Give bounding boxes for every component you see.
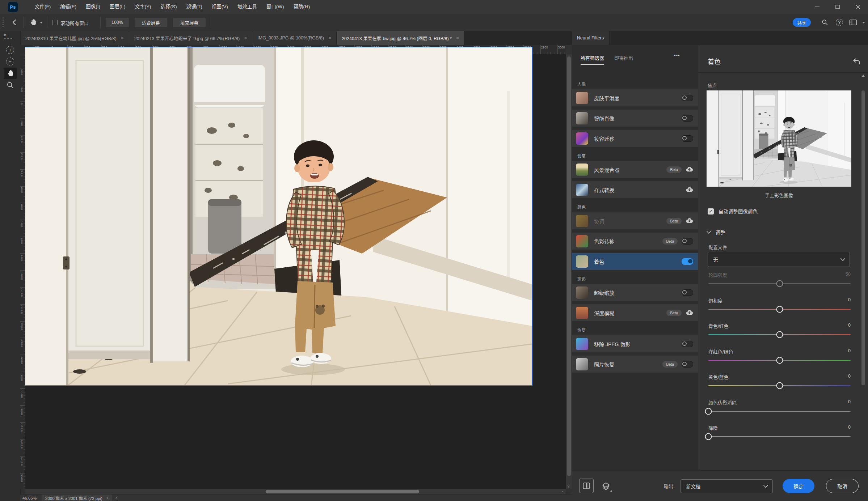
filter-row[interactable]: 着色 bbox=[572, 253, 698, 270]
tab-close-icon[interactable]: × bbox=[121, 35, 124, 41]
filter-toggle[interactable] bbox=[682, 115, 693, 122]
zoom-tool[interactable] bbox=[6, 81, 14, 89]
neural-filters-panel-tab[interactable]: Neural Filters bbox=[572, 31, 609, 45]
filter-toggle[interactable] bbox=[682, 341, 693, 347]
workspace-caret-icon[interactable] bbox=[862, 22, 865, 24]
slider-handle[interactable] bbox=[776, 357, 783, 364]
slider-handle[interactable] bbox=[705, 433, 712, 440]
menu-item[interactable]: 编辑(E) bbox=[55, 0, 81, 14]
menu-item[interactable]: 文字(Y) bbox=[130, 0, 156, 14]
scroll-down-icon[interactable]: v bbox=[568, 484, 569, 488]
ok-button[interactable]: 确定 bbox=[783, 479, 814, 493]
slider-track[interactable] bbox=[708, 360, 851, 361]
output-layers-button[interactable] bbox=[599, 479, 613, 493]
cloud-download-icon[interactable] bbox=[686, 186, 693, 194]
slider-handle[interactable] bbox=[776, 280, 783, 287]
filter-toggle[interactable] bbox=[682, 95, 693, 101]
filter-row[interactable]: 色彩转移Beta bbox=[572, 233, 698, 250]
filter-row[interactable]: 样式转换 bbox=[572, 181, 698, 198]
scroll-right-icon[interactable]: › bbox=[561, 489, 563, 493]
slider-track[interactable] bbox=[708, 334, 851, 335]
help-icon[interactable]: ? bbox=[835, 18, 843, 26]
status-expand-icon[interactable]: › bbox=[107, 496, 108, 501]
document-tab[interactable]: 20240413 果果在家-bw.jpg @ 46.7% (图层 0, RGB/… bbox=[337, 31, 464, 45]
filter-toggle[interactable] bbox=[682, 258, 693, 265]
filter-row[interactable]: 超级缩放 bbox=[572, 284, 698, 301]
tab-all-filters[interactable]: 所有筛选器 bbox=[581, 54, 604, 65]
workspace-icon[interactable] bbox=[849, 18, 857, 26]
menu-item[interactable]: 窗口(W) bbox=[262, 0, 289, 14]
cloud-download-icon[interactable] bbox=[686, 166, 693, 173]
colorize-preview[interactable] bbox=[707, 90, 851, 187]
filter-toggle[interactable] bbox=[682, 238, 693, 245]
slider-track[interactable] bbox=[708, 411, 851, 412]
menu-item[interactable]: 选择(S) bbox=[156, 0, 182, 14]
slider-handle[interactable] bbox=[776, 382, 783, 389]
toolstrip-more-icon[interactable]: » bbox=[4, 32, 7, 38]
back-button[interactable] bbox=[9, 18, 19, 27]
vertical-scrollbar-thumb[interactable] bbox=[567, 56, 571, 476]
document-tab[interactable]: 20240213 果果开心地跑来了-9.jpg @ 66.7%(RGB/8)× bbox=[129, 31, 252, 45]
fit-screen-button[interactable]: 适合屏幕 bbox=[135, 18, 167, 27]
slider-handle[interactable] bbox=[705, 408, 712, 415]
tab-close-icon[interactable]: × bbox=[244, 35, 247, 41]
hand-tool-icon[interactable] bbox=[29, 18, 37, 26]
document-tab[interactable]: 202403310 果果在幼儿园.jpg @ 25%(RGB/8)× bbox=[20, 31, 129, 45]
more-options-icon[interactable]: ••• bbox=[674, 53, 680, 58]
photoshop-logo-icon[interactable]: Ps bbox=[8, 2, 18, 12]
tab-close-icon[interactable]: × bbox=[328, 35, 331, 41]
menu-item[interactable]: 图像(I) bbox=[81, 0, 105, 14]
status-collapse-icon[interactable]: ‹ bbox=[115, 496, 117, 501]
hand-tool[interactable] bbox=[4, 68, 17, 79]
filter-row[interactable]: 协调Beta bbox=[572, 212, 698, 229]
filter-row[interactable]: 皮肤平滑度 bbox=[572, 89, 698, 106]
slider-track[interactable] bbox=[708, 436, 851, 437]
minimize-button[interactable] bbox=[807, 0, 827, 14]
cloud-download-icon[interactable] bbox=[686, 309, 693, 317]
profile-select[interactable]: 无 bbox=[708, 252, 850, 267]
filter-row[interactable]: 深度模糊Beta bbox=[572, 304, 698, 321]
filter-toggle[interactable] bbox=[682, 135, 693, 142]
settings-scrollbar-thumb[interactable] bbox=[861, 90, 865, 385]
document-tab[interactable]: IMG_0033.JPG @ 100%(RGB/8)× bbox=[252, 31, 337, 45]
scroll-up-icon[interactable] bbox=[862, 75, 865, 77]
search-icon[interactable] bbox=[821, 18, 829, 26]
tab-close-icon[interactable]: × bbox=[456, 35, 459, 41]
share-button[interactable]: 共享 bbox=[793, 18, 811, 27]
zoom-100-button[interactable]: 100% bbox=[106, 18, 129, 27]
maximize-button[interactable] bbox=[827, 0, 848, 14]
subtract-selection-tool[interactable]: − bbox=[6, 58, 14, 65]
horizontal-scrollbar-thumb[interactable] bbox=[266, 490, 419, 493]
slider-track[interactable] bbox=[708, 309, 851, 310]
settings-scrollbar[interactable] bbox=[861, 80, 865, 470]
cloud-download-icon[interactable] bbox=[686, 217, 693, 225]
filter-row[interactable]: 妆容迁移 bbox=[572, 130, 698, 147]
slider-handle[interactable] bbox=[776, 306, 783, 313]
scroll-all-windows-checkbox[interactable] bbox=[52, 20, 58, 25]
cancel-button[interactable]: 取消 bbox=[826, 479, 859, 493]
slider-track[interactable] bbox=[708, 385, 851, 386]
filter-row[interactable]: 智能肖像 bbox=[572, 110, 698, 127]
menu-item[interactable]: 文件(F) bbox=[30, 0, 55, 14]
menu-item[interactable]: 图层(L) bbox=[105, 0, 130, 14]
add-selection-tool[interactable]: + bbox=[6, 46, 14, 54]
filter-toggle[interactable] bbox=[682, 361, 693, 368]
filter-row[interactable]: 照片恢复Beta bbox=[572, 356, 698, 373]
adjust-section-header[interactable]: 调整 bbox=[707, 229, 725, 236]
canvas-photo[interactable] bbox=[25, 47, 532, 385]
close-button[interactable] bbox=[848, 0, 868, 14]
menu-item[interactable]: 增效工具 bbox=[233, 0, 262, 14]
split-preview-button[interactable] bbox=[579, 479, 594, 493]
filter-row[interactable]: 风景混合器Beta bbox=[572, 161, 698, 178]
vertical-scrollbar[interactable]: v bbox=[566, 54, 572, 489]
slider-handle[interactable] bbox=[776, 331, 783, 338]
reset-icon[interactable] bbox=[852, 58, 861, 66]
menu-item[interactable]: 滤镜(T) bbox=[182, 0, 207, 14]
slider-track[interactable] bbox=[708, 283, 851, 284]
menu-item[interactable]: 视图(V) bbox=[207, 0, 233, 14]
filter-toggle[interactable] bbox=[682, 289, 693, 296]
fill-screen-button[interactable]: 填充屏幕 bbox=[173, 18, 206, 27]
filter-row[interactable]: 移除 JPEG 伪影 bbox=[572, 335, 698, 352]
status-zoom-value[interactable]: 46.65% bbox=[22, 496, 37, 500]
horizontal-scrollbar[interactable]: › bbox=[25, 489, 566, 494]
